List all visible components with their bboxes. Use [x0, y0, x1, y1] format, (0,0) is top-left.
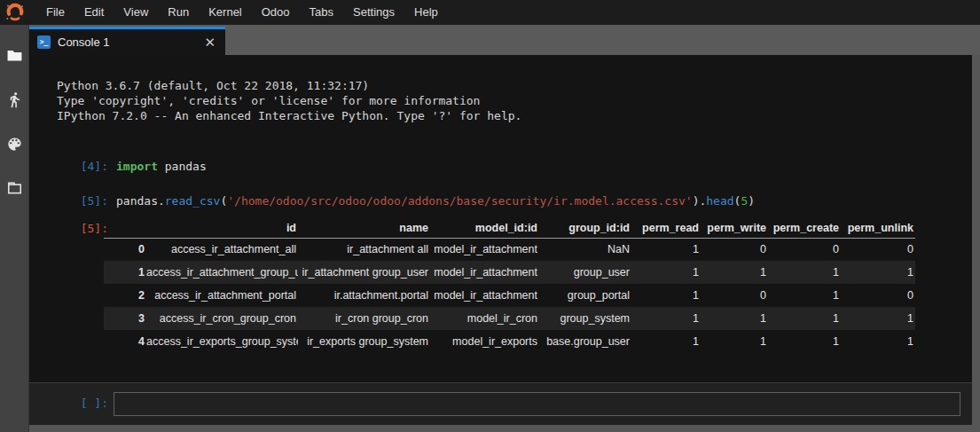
tab-label: Console 1: [58, 35, 202, 49]
output-prompt: [5]:: [29, 222, 108, 235]
menubar: FileEditViewRunKernelOdooTabsSettingsHel…: [0, 0, 980, 25]
table-cell: 1: [841, 261, 915, 284]
tab-close-icon[interactable]: ✕: [202, 35, 217, 49]
column-header: model_id:id: [430, 218, 539, 238]
table-cell: ir_cron group_cron: [298, 307, 430, 330]
table-cell: access_ir_attachment_all: [146, 238, 298, 261]
table-cell: 1: [631, 238, 701, 261]
row-index: 3: [104, 307, 146, 330]
column-header: id: [146, 218, 298, 238]
menu-tabs[interactable]: Tabs: [300, 0, 343, 25]
row-index: 0: [104, 238, 146, 261]
execute-result: [5]: idnamemodel_id:idgroup_id:idperm_re…: [29, 218, 972, 353]
table-cell: base.group_user: [539, 330, 631, 353]
table-cell: 0: [841, 284, 915, 307]
table-cell: 1: [768, 261, 841, 284]
banner-line: Python 3.6.7 (default, Oct 22 2018, 11:3…: [57, 78, 972, 93]
ipython-banner: Python 3.6.7 (default, Oct 22 2018, 11:3…: [57, 78, 972, 123]
menu-kernel[interactable]: Kernel: [199, 0, 252, 25]
table-cell: NaN: [539, 238, 631, 261]
table-cell: 1: [841, 330, 915, 353]
code-token: ).: [693, 194, 707, 208]
table-cell: ir_exports group_system: [298, 330, 430, 353]
cell-prompt: [5]:: [29, 193, 108, 208]
column-header: perm_read: [631, 218, 701, 238]
table-cell: 0: [841, 238, 915, 261]
table-cell: model_ir_exports: [430, 330, 539, 353]
code-input[interactable]: [114, 392, 960, 416]
console-icon: >_: [37, 35, 51, 49]
table-cell: access_ir_attachment_portal: [146, 284, 298, 307]
menu-file[interactable]: File: [36, 0, 74, 25]
tab-bar: >_ Console 1 ✕: [29, 25, 980, 55]
column-header: name: [298, 218, 430, 238]
dataframe-header: idnamemodel_id:idgroup_id:idperm_readper…: [104, 218, 915, 238]
left-sidebar: [0, 25, 29, 432]
menu-help[interactable]: Help: [404, 0, 448, 25]
row-index: 1: [104, 261, 146, 284]
table-cell: 0: [701, 238, 768, 261]
code-token: '/home/odoo/src/odoo/odoo/addons/base/se…: [227, 194, 692, 208]
table-cell: group_portal: [539, 284, 631, 307]
row-index: 4: [104, 330, 146, 353]
menu-run[interactable]: Run: [158, 0, 199, 25]
column-header: perm_unlink: [841, 218, 915, 238]
table-cell: ir_attachment group_user: [298, 261, 430, 284]
column-header: perm_create: [768, 218, 841, 238]
code-token: read_csv: [165, 194, 221, 208]
menu-view[interactable]: View: [114, 0, 158, 25]
table-cell: model_ir_attachment: [430, 238, 539, 261]
menu-edit[interactable]: Edit: [74, 0, 114, 25]
code-token: import: [116, 160, 158, 173]
dataframe-table: idnamemodel_id:idgroup_id:idperm_readper…: [104, 218, 915, 353]
table-row: 1access_ir_attachment_group_userir_attac…: [104, 261, 915, 284]
table-cell: model_ir_cron: [430, 307, 539, 330]
table-cell: 1: [631, 330, 701, 353]
table-cell: 1: [768, 284, 841, 307]
open-tabs-icon[interactable]: [0, 166, 29, 210]
main-dock-panel: >_ Console 1 ✕ Python 3.6.7 (default, Oc…: [29, 25, 980, 432]
table-row: 0access_ir_attachment_allir_attachment a…: [104, 238, 915, 261]
table-cell: 1: [631, 261, 701, 284]
command-palette-icon[interactable]: [0, 122, 29, 166]
table-cell: access_ir_exports_group_system: [146, 330, 298, 353]
executed-cell: [5]:pandas.read_csv('/home/odoo/src/odoo…: [29, 193, 972, 208]
table-cell: 1: [631, 307, 701, 330]
column-header: [104, 218, 146, 238]
file-browser-icon[interactable]: [0, 33, 29, 77]
table-cell: 1: [631, 284, 701, 307]
table-cell: group_system: [539, 307, 631, 330]
table-cell: group_user: [539, 261, 631, 284]
column-header: perm_write: [701, 218, 768, 238]
table-cell: access_ir_cron_group_cron: [146, 307, 298, 330]
table-cell: 1: [841, 307, 915, 330]
console-input-cell: [ ]:: [29, 382, 972, 425]
banner-line: IPython 7.2.0 -- An enhanced Interactive…: [57, 108, 972, 123]
table-cell: 1: [768, 307, 841, 330]
table-cell: model_ir_attachment: [430, 284, 539, 307]
odoo-spinner-logo: [5, 3, 25, 22]
table-row: 4access_ir_exports_group_systemir_export…: [104, 330, 915, 353]
cell-prompt: [4]:: [29, 159, 108, 174]
cell-code: import pandas: [116, 159, 207, 174]
code-token: pandas.: [116, 194, 165, 208]
code-token: ): [748, 194, 755, 208]
table-cell: 0: [701, 284, 768, 307]
code-token: head: [706, 194, 733, 208]
table-cell: model_ir_attachment: [430, 261, 539, 284]
executed-cell: [4]:import pandas: [29, 159, 972, 174]
running-kernels-icon[interactable]: [0, 77, 29, 122]
cell-code: pandas.read_csv('/home/odoo/src/odoo/odo…: [116, 193, 755, 208]
code-token: pandas: [158, 160, 207, 173]
input-prompt: [ ]:: [29, 397, 108, 410]
tab-console-1[interactable]: >_ Console 1 ✕: [29, 27, 225, 55]
bottom-frame: [29, 425, 972, 432]
table-cell: 1: [768, 330, 841, 353]
table-row: 3access_ir_cron_group_cronir_cron group_…: [104, 307, 915, 330]
table-cell: 1: [701, 261, 768, 284]
header-row: idnamemodel_id:idgroup_id:idperm_readper…: [104, 218, 915, 238]
menu-odoo[interactable]: Odoo: [252, 0, 300, 25]
table-row: 2access_ir_attachment_portalir.attachmen…: [104, 284, 915, 307]
console-output-area: Python 3.6.7 (default, Oct 22 2018, 11:3…: [29, 55, 972, 382]
menu-settings[interactable]: Settings: [343, 0, 404, 25]
